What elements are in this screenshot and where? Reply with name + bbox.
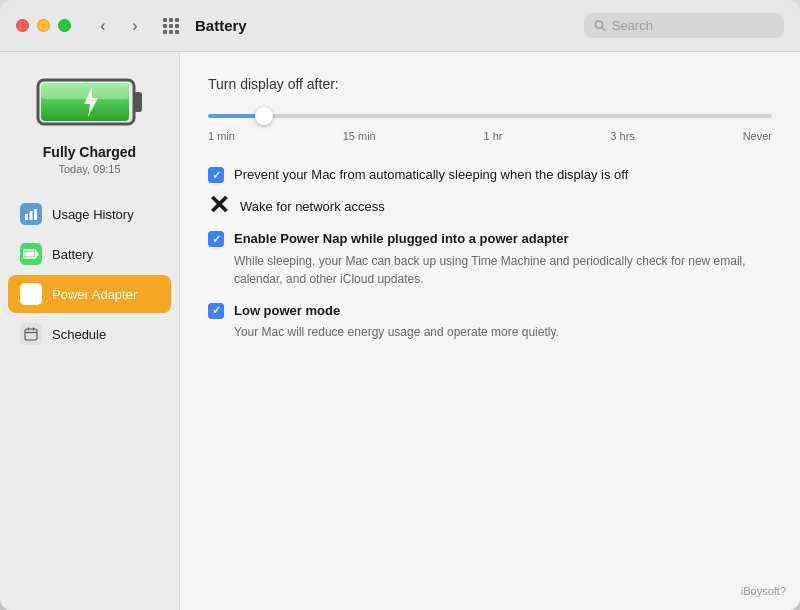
watermark-suffix: ? bbox=[780, 585, 786, 597]
svg-line-1 bbox=[602, 27, 605, 30]
power-nap-desc: While sleeping, your Mac can back up usi… bbox=[234, 252, 772, 288]
svg-rect-6 bbox=[25, 214, 28, 220]
forward-button[interactable]: › bbox=[121, 12, 149, 40]
svg-rect-8 bbox=[34, 209, 37, 220]
slider-label-15min: 15 min bbox=[343, 130, 376, 142]
sidebar-item-usage-history[interactable]: Usage History bbox=[8, 195, 171, 233]
low-power-text: Low power mode Your Mac will reduce ener… bbox=[234, 302, 772, 341]
main-content: Fully Charged Today, 09:15 Usage History… bbox=[0, 52, 800, 610]
option-low-power: Low power mode Your Mac will reduce ener… bbox=[208, 302, 772, 341]
prevent-sleep-title: Prevent your Mac from automatically slee… bbox=[234, 166, 772, 184]
calendar-icon bbox=[20, 323, 42, 345]
system-preferences-window: ‹ › Battery bbox=[0, 0, 800, 610]
grid-icon bbox=[163, 18, 179, 34]
sidebar-item-power-adapter-label: Power Adapter bbox=[52, 287, 137, 302]
svg-rect-10 bbox=[36, 252, 39, 256]
maximize-button[interactable] bbox=[58, 19, 71, 32]
battery-time-label: Today, 09:15 bbox=[58, 163, 120, 175]
svg-rect-11 bbox=[25, 252, 35, 257]
slider-label-1min: 1 min bbox=[208, 130, 235, 142]
svg-rect-3 bbox=[134, 92, 142, 112]
svg-rect-5 bbox=[41, 83, 129, 99]
sidebar-item-battery-label: Battery bbox=[52, 247, 93, 262]
close-button[interactable] bbox=[16, 19, 29, 32]
battery-graphic bbox=[36, 74, 144, 130]
sidebar-nav: Usage History Battery Power Adapter bbox=[0, 195, 179, 355]
power-adapter-icon bbox=[20, 283, 42, 305]
option-power-nap: Enable Power Nap while plugged into a po… bbox=[208, 230, 772, 287]
slider-section: Turn display off after: 1 min 15 min 1 h… bbox=[208, 76, 772, 142]
wake-network-title: Wake for network access bbox=[240, 198, 772, 216]
slider-label-never: Never bbox=[743, 130, 772, 142]
sidebar-item-battery[interactable]: Battery bbox=[8, 235, 171, 273]
slider-labels: 1 min 15 min 1 hr 3 hrs Never bbox=[208, 130, 772, 142]
window-title: Battery bbox=[195, 17, 247, 34]
sidebar-item-schedule-label: Schedule bbox=[52, 327, 106, 342]
slider-background bbox=[208, 114, 772, 118]
wake-network-checkbox[interactable]: ✕ bbox=[208, 194, 230, 216]
wake-network-text: Wake for network access bbox=[240, 198, 772, 216]
prevent-sleep-text: Prevent your Mac from automatically slee… bbox=[234, 166, 772, 184]
low-power-checkbox[interactable] bbox=[208, 303, 224, 319]
svg-rect-7 bbox=[30, 211, 33, 220]
slider-track[interactable] bbox=[208, 106, 772, 126]
minimize-button[interactable] bbox=[37, 19, 50, 32]
battery-nav-icon bbox=[20, 243, 42, 265]
power-nap-text: Enable Power Nap while plugged into a po… bbox=[234, 230, 772, 287]
slider-label-3hrs: 3 hrs bbox=[610, 130, 634, 142]
watermark-brand: iBoysoft bbox=[741, 585, 780, 597]
search-input[interactable] bbox=[612, 18, 774, 33]
search-box[interactable] bbox=[584, 13, 784, 38]
prevent-sleep-checkbox[interactable] bbox=[208, 167, 224, 183]
sidebar-item-schedule[interactable]: Schedule bbox=[8, 315, 171, 353]
slider-label: Turn display off after: bbox=[208, 76, 772, 92]
svg-rect-12 bbox=[25, 329, 37, 340]
option-prevent-sleep: Prevent your Mac from automatically slee… bbox=[208, 166, 772, 184]
battery-status-label: Fully Charged bbox=[43, 144, 136, 160]
sidebar-item-usage-history-label: Usage History bbox=[52, 207, 134, 222]
nav-buttons: ‹ › bbox=[89, 12, 149, 40]
low-power-desc: Your Mac will reduce energy usage and op… bbox=[234, 323, 772, 341]
power-nap-title: Enable Power Nap while plugged into a po… bbox=[234, 230, 772, 248]
search-icon bbox=[594, 19, 606, 32]
content-panel: Turn display off after: 1 min 15 min 1 h… bbox=[180, 52, 800, 610]
sidebar: Fully Charged Today, 09:15 Usage History… bbox=[0, 52, 180, 610]
watermark: iBoysoft? bbox=[741, 583, 786, 598]
sidebar-item-power-adapter[interactable]: Power Adapter bbox=[8, 275, 171, 313]
traffic-lights bbox=[16, 19, 71, 32]
bar-chart-icon bbox=[20, 203, 42, 225]
option-wake-network: ✕ Wake for network access bbox=[208, 198, 772, 216]
grid-view-button[interactable] bbox=[157, 12, 185, 40]
power-nap-checkbox[interactable] bbox=[208, 231, 224, 247]
back-button[interactable]: ‹ bbox=[89, 12, 117, 40]
slider-label-1hr: 1 hr bbox=[484, 130, 503, 142]
low-power-title: Low power mode bbox=[234, 302, 772, 320]
battery-icon-container bbox=[35, 72, 145, 132]
slider-thumb[interactable] bbox=[255, 107, 273, 125]
titlebar: ‹ › Battery bbox=[0, 0, 800, 52]
